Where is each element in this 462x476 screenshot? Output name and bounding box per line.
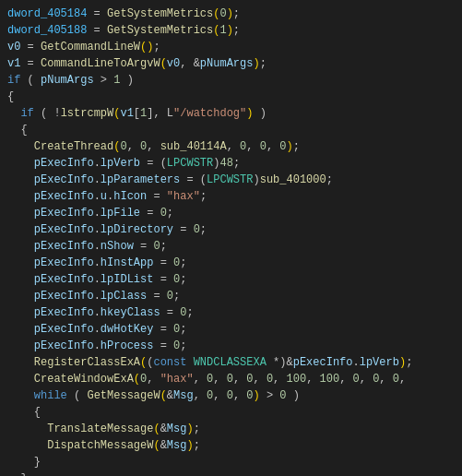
code-line: dword_405188 = GetSystemMetrics(1); [7,22,455,39]
code-line: DispatchMessageW(&Msg); [7,437,455,454]
code-line: if ( pNumArgs > 1 ) [7,72,455,89]
code-line: pExecInfo.lpIDList = 0; [7,271,455,288]
code-line: { [7,404,455,421]
code-line: pExecInfo.hkeyClass = 0; [7,304,455,321]
code-line: } [7,454,455,470]
code-line: pExecInfo.lpDirectory = 0; [7,221,455,238]
code-line: { [7,89,455,105]
code-line: CreateWindowExA(0, "hax", 0, 0, 0, 0, 10… [7,371,455,387]
code-line: pExecInfo.lpParameters = (LPCWSTR)sub_40… [7,172,455,188]
code-line: CreateThread(0, 0, sub_40114A, 0, 0, 0); [7,138,455,155]
code-line: } [7,470,455,476]
code-line: pExecInfo.lpVerb = (LPCWSTR)48; [7,155,455,172]
code-line: pExecInfo.hInstApp = 0; [7,255,455,271]
code-line: pExecInfo.hProcess = 0; [7,338,455,354]
code-line: TranslateMessage(&Msg); [7,421,455,437]
code-line: if ( !lstrcmpW(v1[1], L"/watchdog") ) [7,105,455,122]
code-line: v1 = CommandLineToArgvW(v0, &pNumArgs); [7,55,455,72]
code-line: while ( GetMessageW(&Msg, 0, 0, 0) > 0 ) [7,387,455,404]
code-line: pExecInfo.nShow = 0; [7,238,455,255]
code-line: { [7,122,455,138]
code-line: pExecInfo.u.hIcon = "hax"; [7,188,455,205]
code-line: dword_405184 = GetSystemMetrics(0); [7,6,455,22]
code-line: pExecInfo.lpFile = 0; [7,205,455,221]
code-line: pExecInfo.lpClass = 0; [7,288,455,304]
code-line: pExecInfo.dwHotKey = 0; [7,321,455,338]
code-viewer: dword_405184 = GetSystemMetrics(0); dwor… [0,0,462,476]
code-line: v0 = GetCommandLineW(); [7,39,455,55]
code-line: RegisterClassExA((const WNDCLASSEXA *)&p… [7,354,455,371]
